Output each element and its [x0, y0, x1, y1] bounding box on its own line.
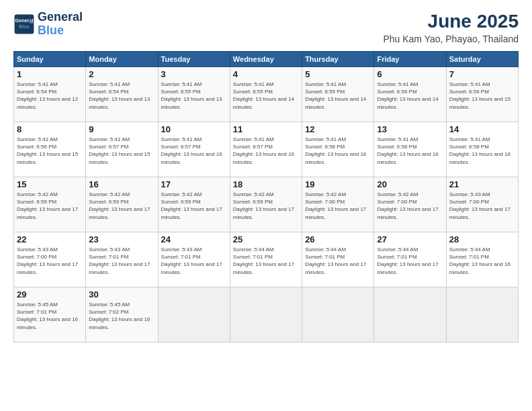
day-number: 23	[89, 234, 154, 244]
day-info: Sunrise: 5:41 AMSunset: 6:57 PMDaylight:…	[233, 136, 294, 165]
calendar-cell: 11Sunrise: 5:41 AMSunset: 6:57 PMDayligh…	[230, 122, 302, 177]
day-info: Sunrise: 5:43 AMSunset: 7:00 PMDaylight:…	[449, 191, 511, 220]
calendar-cell: 19Sunrise: 5:42 AMSunset: 7:00 PMDayligh…	[302, 177, 374, 232]
logo: General Blue General Blue	[13, 11, 83, 38]
calendar-row: 1Sunrise: 5:41 AMSunset: 6:54 PMDaylight…	[14, 67, 519, 122]
day-number: 12	[305, 124, 371, 134]
calendar-cell: 4Sunrise: 5:41 AMSunset: 6:55 PMDaylight…	[230, 67, 302, 122]
day-info: Sunrise: 5:41 AMSunset: 6:55 PMDaylight:…	[161, 81, 222, 110]
day-number: 15	[17, 179, 83, 189]
logo-text: General Blue	[38, 11, 83, 38]
calendar-cell: 7Sunrise: 5:41 AMSunset: 6:56 PMDaylight…	[446, 67, 518, 122]
header-row: Sunday Monday Tuesday Wednesday Thursday…	[14, 52, 519, 67]
day-info: Sunrise: 5:41 AMSunset: 6:56 PMDaylight:…	[17, 136, 78, 165]
day-info: Sunrise: 5:41 AMSunset: 6:55 PMDaylight:…	[233, 81, 294, 110]
day-number: 17	[161, 179, 227, 189]
day-number: 9	[89, 124, 154, 134]
day-number: 10	[161, 124, 227, 134]
col-thursday: Thursday	[302, 52, 374, 67]
day-info: Sunrise: 5:41 AMSunset: 6:58 PMDaylight:…	[377, 136, 438, 165]
calendar-cell	[158, 287, 230, 342]
day-number: 6	[377, 69, 443, 79]
calendar-cell: 23Sunrise: 5:43 AMSunset: 7:01 PMDayligh…	[86, 232, 158, 287]
calendar-row: 22Sunrise: 5:43 AMSunset: 7:00 PMDayligh…	[14, 232, 519, 287]
calendar-cell: 18Sunrise: 5:42 AMSunset: 6:59 PMDayligh…	[230, 177, 302, 232]
day-info: Sunrise: 5:45 AMSunset: 7:02 PMDaylight:…	[89, 302, 150, 330]
calendar-cell	[230, 287, 302, 342]
calendar-cell: 1Sunrise: 5:41 AMSunset: 6:54 PMDaylight…	[14, 67, 86, 122]
day-info: Sunrise: 5:41 AMSunset: 6:58 PMDaylight:…	[305, 136, 366, 165]
calendar-cell: 30Sunrise: 5:45 AMSunset: 7:02 PMDayligh…	[86, 287, 158, 342]
day-info: Sunrise: 5:41 AMSunset: 6:56 PMDaylight:…	[377, 81, 438, 110]
calendar-cell: 12Sunrise: 5:41 AMSunset: 6:58 PMDayligh…	[302, 122, 374, 177]
day-info: Sunrise: 5:44 AMSunset: 7:01 PMDaylight:…	[305, 246, 366, 275]
day-info: Sunrise: 5:43 AMSunset: 7:00 PMDaylight:…	[17, 246, 78, 275]
day-number: 11	[233, 124, 299, 134]
calendar-cell: 25Sunrise: 5:44 AMSunset: 7:01 PMDayligh…	[230, 232, 302, 287]
calendar-cell: 2Sunrise: 5:41 AMSunset: 6:54 PMDaylight…	[86, 67, 158, 122]
col-tuesday: Tuesday	[158, 52, 230, 67]
day-number: 27	[377, 234, 443, 244]
day-info: Sunrise: 5:42 AMSunset: 7:00 PMDaylight:…	[377, 191, 438, 220]
page: General Blue General Blue June 2025 Phu …	[0, 0, 532, 411]
calendar-cell: 26Sunrise: 5:44 AMSunset: 7:01 PMDayligh…	[302, 232, 374, 287]
day-info: Sunrise: 5:42 AMSunset: 6:59 PMDaylight:…	[161, 191, 222, 220]
day-number: 28	[449, 234, 515, 244]
calendar-cell: 10Sunrise: 5:41 AMSunset: 6:57 PMDayligh…	[158, 122, 230, 177]
calendar-cell	[302, 287, 374, 342]
day-info: Sunrise: 5:41 AMSunset: 6:57 PMDaylight:…	[161, 136, 222, 165]
day-info: Sunrise: 5:44 AMSunset: 7:01 PMDaylight:…	[377, 246, 438, 275]
col-sunday: Sunday	[14, 52, 86, 67]
calendar-cell: 6Sunrise: 5:41 AMSunset: 6:56 PMDaylight…	[374, 67, 446, 122]
calendar-cell: 22Sunrise: 5:43 AMSunset: 7:00 PMDayligh…	[14, 232, 86, 287]
day-number: 13	[377, 124, 443, 134]
day-number: 14	[449, 124, 515, 134]
day-number: 7	[449, 69, 515, 79]
col-monday: Monday	[86, 52, 158, 67]
day-info: Sunrise: 5:43 AMSunset: 7:01 PMDaylight:…	[161, 246, 222, 275]
day-number: 19	[305, 179, 371, 189]
calendar-cell: 13Sunrise: 5:41 AMSunset: 6:58 PMDayligh…	[374, 122, 446, 177]
day-info: Sunrise: 5:42 AMSunset: 6:59 PMDaylight:…	[17, 191, 78, 220]
day-number: 4	[233, 69, 299, 79]
calendar-cell: 9Sunrise: 5:41 AMSunset: 6:57 PMDaylight…	[86, 122, 158, 177]
calendar-cell: 5Sunrise: 5:41 AMSunset: 6:55 PMDaylight…	[302, 67, 374, 122]
day-info: Sunrise: 5:42 AMSunset: 7:00 PMDaylight:…	[305, 191, 366, 220]
header: General Blue General Blue June 2025 Phu …	[13, 11, 519, 44]
day-info: Sunrise: 5:45 AMSunset: 7:01 PMDaylight:…	[17, 302, 78, 330]
calendar-row: 8Sunrise: 5:41 AMSunset: 6:56 PMDaylight…	[14, 122, 519, 177]
title-block: June 2025 Phu Kam Yao, Phayao, Thailand	[383, 11, 519, 44]
day-info: Sunrise: 5:41 AMSunset: 6:54 PMDaylight:…	[89, 81, 150, 110]
day-number: 3	[161, 69, 227, 79]
day-number: 25	[233, 234, 299, 244]
day-number: 29	[17, 289, 83, 300]
logo-icon: General Blue	[13, 13, 35, 35]
day-info: Sunrise: 5:41 AMSunset: 6:57 PMDaylight:…	[89, 136, 150, 165]
calendar-cell	[446, 287, 518, 342]
calendar-cell: 27Sunrise: 5:44 AMSunset: 7:01 PMDayligh…	[374, 232, 446, 287]
day-number: 20	[377, 179, 443, 189]
col-friday: Friday	[374, 52, 446, 67]
day-number: 18	[233, 179, 299, 189]
calendar-cell: 21Sunrise: 5:43 AMSunset: 7:00 PMDayligh…	[446, 177, 518, 232]
day-info: Sunrise: 5:42 AMSunset: 6:59 PMDaylight:…	[233, 191, 294, 220]
day-number: 8	[17, 124, 83, 134]
day-info: Sunrise: 5:41 AMSunset: 6:56 PMDaylight:…	[449, 81, 511, 110]
day-info: Sunrise: 5:43 AMSunset: 7:01 PMDaylight:…	[89, 246, 150, 275]
col-wednesday: Wednesday	[230, 52, 302, 67]
day-number: 24	[161, 234, 227, 244]
col-saturday: Saturday	[446, 52, 518, 67]
main-title: June 2025	[383, 11, 519, 32]
calendar-row: 29Sunrise: 5:45 AMSunset: 7:01 PMDayligh…	[14, 287, 519, 342]
day-info: Sunrise: 5:41 AMSunset: 6:54 PMDaylight:…	[17, 81, 78, 110]
calendar-cell: 29Sunrise: 5:45 AMSunset: 7:01 PMDayligh…	[14, 287, 86, 342]
calendar-cell: 28Sunrise: 5:44 AMSunset: 7:01 PMDayligh…	[446, 232, 518, 287]
calendar-cell: 20Sunrise: 5:42 AMSunset: 7:00 PMDayligh…	[374, 177, 446, 232]
calendar-table: Sunday Monday Tuesday Wednesday Thursday…	[13, 51, 519, 342]
day-info: Sunrise: 5:41 AMSunset: 6:58 PMDaylight:…	[449, 136, 511, 165]
day-number: 1	[17, 69, 83, 79]
day-info: Sunrise: 5:44 AMSunset: 7:01 PMDaylight:…	[233, 246, 294, 275]
day-info: Sunrise: 5:44 AMSunset: 7:01 PMDaylight:…	[449, 246, 511, 275]
calendar-cell: 14Sunrise: 5:41 AMSunset: 6:58 PMDayligh…	[446, 122, 518, 177]
calendar-cell: 24Sunrise: 5:43 AMSunset: 7:01 PMDayligh…	[158, 232, 230, 287]
